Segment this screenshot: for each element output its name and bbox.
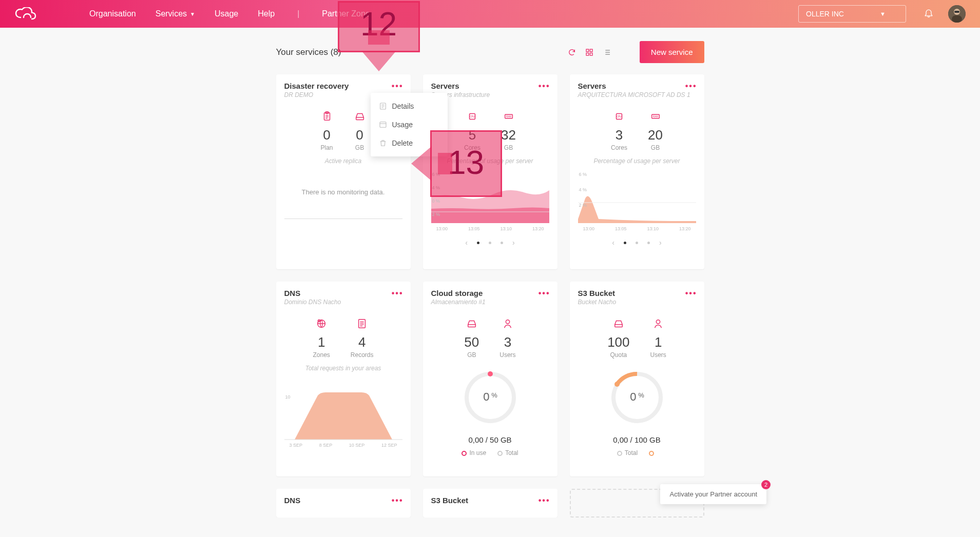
card-midtext: Active replica — [284, 157, 402, 165]
user-icon — [502, 318, 514, 331]
card-subtitle: Almacenamiento #1 — [431, 299, 549, 306]
legend-total: Total — [617, 449, 638, 456]
view-actions: New service — [567, 41, 704, 63]
chart-x-axis: 13:0013:0513:1013:20 — [436, 226, 544, 231]
svg-point-27 — [506, 320, 509, 324]
popover-details[interactable]: Details — [371, 97, 448, 115]
disk-icon — [612, 318, 625, 331]
ram-icon: RAM — [649, 111, 662, 124]
top-nav: Organisation Services ▼ Usage Help | Par… — [89, 9, 370, 18]
stat-quota: 100 Quota — [607, 318, 629, 359]
stat-users: 1 Users — [650, 318, 666, 359]
new-service-button[interactable]: New service — [640, 41, 704, 63]
gauge-label: 0,00 / 100 GB — [578, 435, 696, 444]
nav-services[interactable]: Services ▼ — [156, 9, 195, 18]
svg-point-33 — [614, 382, 620, 387]
pager-dot[interactable] — [647, 242, 650, 244]
card-title: DNS — [284, 496, 402, 505]
card-menu-button[interactable]: ••• — [539, 496, 550, 505]
svg-point-31 — [657, 320, 660, 324]
card-menu-button[interactable]: ••• — [539, 289, 550, 298]
stat-gb: 50 GB — [464, 318, 479, 359]
stat-cores: CPU 3 Cores — [611, 111, 627, 151]
card-menu-button[interactable]: ••• — [539, 82, 550, 91]
grid-view-icon[interactable] — [584, 47, 594, 57]
stat-zones: + 1 Zones — [313, 318, 330, 359]
notifications-icon[interactable] — [924, 8, 934, 20]
svg-rect-2 — [952, 15, 962, 23]
pager-prev[interactable]: ‹ — [465, 238, 468, 247]
annotation-13: 13 — [430, 130, 502, 197]
card-subtitle: Bucket Nacho — [578, 299, 696, 306]
svg-rect-25 — [359, 320, 366, 328]
service-card-servers-2: Servers ARQUITECTURA MICROSOFT AD DS 1 •… — [570, 74, 704, 269]
usage-gauge: 0 % — [431, 367, 549, 428]
card-title: S3 Bucket — [431, 496, 549, 505]
stat-users: 3 Users — [499, 318, 515, 359]
svg-point-29 — [488, 371, 493, 376]
pager-dot[interactable] — [477, 242, 479, 244]
card-subtitle: ARQUITECTURA MICROSOFT AD DS 1 — [578, 91, 696, 98]
pager-next[interactable]: › — [659, 238, 662, 247]
usage-chart: 6 % 4 % 2 % 13:0013:0513:1013:20 — [578, 172, 696, 223]
card-menu-button[interactable]: ••• — [392, 82, 403, 91]
pager-dot[interactable] — [489, 242, 491, 244]
service-card-dns-2: DNS ••• — [276, 489, 411, 518]
card-menu-button[interactable]: ••• — [685, 289, 697, 298]
partner-activation-toast[interactable]: Activate your Partner account 2 — [660, 484, 766, 504]
card-menu-button[interactable]: ••• — [685, 82, 697, 91]
svg-rect-5 — [590, 49, 592, 52]
requests-chart: 10 3 SEP8 SEP10 SEP12 SEP — [284, 379, 402, 441]
svg-text:CPU: CPU — [470, 115, 475, 118]
card-menu-button[interactable]: ••• — [392, 496, 403, 505]
organisation-select[interactable]: OLLER INC ▼ — [798, 5, 906, 23]
card-menu-button[interactable]: ••• — [392, 289, 403, 298]
pager-prev[interactable]: ‹ — [612, 238, 614, 247]
gauge-label: 0,00 / 50 GB — [431, 435, 549, 444]
card-title: Cloud storage — [431, 289, 549, 297]
card-subtitle: Servers infrastructure — [431, 91, 549, 98]
card-title: S3 Bucket — [578, 289, 696, 297]
legend-total: Total — [497, 449, 518, 456]
svg-text:0 %: 0 % — [483, 390, 497, 403]
logo — [14, 7, 38, 21]
pager-dot[interactable] — [636, 242, 638, 244]
card-pager: ‹ › — [431, 238, 549, 247]
ram-icon: RAM — [503, 111, 515, 124]
pager-dot[interactable] — [624, 242, 626, 244]
user-avatar[interactable] — [948, 5, 966, 23]
svg-text:+: + — [318, 320, 320, 322]
nav-usage[interactable]: Usage — [215, 9, 238, 18]
pager-dot[interactable] — [501, 242, 503, 244]
page-content: 12 13 Your services (8) New service Disa… — [276, 28, 704, 518]
svg-rect-3 — [954, 11, 959, 13]
list-view-icon[interactable] — [602, 47, 612, 57]
top-bar: Organisation Services ▼ Usage Help | Par… — [0, 0, 980, 28]
nav-separator: | — [297, 9, 299, 18]
card-subtitle: Dominio DNS Nacho — [284, 299, 402, 306]
list-icon — [356, 318, 368, 331]
chart-x-axis: 3 SEP8 SEP10 SEP12 SEP — [290, 443, 397, 448]
svg-text:CPU: CPU — [617, 115, 622, 118]
service-card-disaster-recovery: Disaster recovery DR DEMO ••• Details Us… — [276, 74, 411, 269]
svg-rect-4 — [586, 49, 589, 52]
svg-text:0 %: 0 % — [630, 390, 644, 403]
chevron-down-icon: ▼ — [880, 11, 886, 17]
divider — [284, 218, 402, 219]
svg-text:RAM: RAM — [506, 115, 511, 118]
service-card-cloud-storage: Cloud storage Almacenamiento #1 ••• 50 G… — [423, 282, 558, 476]
svg-rect-9 — [380, 122, 386, 128]
pager-next[interactable]: › — [512, 238, 515, 247]
svg-rect-7 — [590, 53, 592, 55]
legend-inuse: In use — [462, 449, 486, 456]
refresh-icon[interactable] — [567, 47, 577, 57]
card-title: Servers — [578, 82, 696, 90]
service-card-dns: DNS Dominio DNS Nacho ••• + 1 Zones 4 Re… — [276, 282, 411, 476]
gauge-legend: In use Total — [431, 449, 549, 456]
nav-organisation[interactable]: Organisation — [89, 9, 136, 18]
legend-extra — [649, 449, 657, 456]
stat-ram: RAM 20 GB — [648, 111, 663, 151]
globe-icon: + — [315, 318, 328, 331]
nav-help[interactable]: Help — [258, 9, 275, 18]
clipboard-icon — [321, 111, 333, 124]
